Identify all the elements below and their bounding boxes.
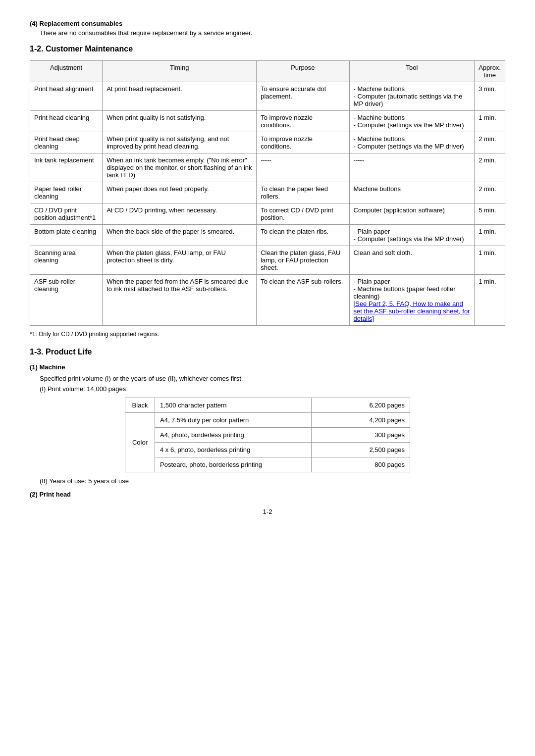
adj-cell: Ink tank replacement (30, 153, 103, 182)
time-cell: 2 min. (475, 132, 505, 153)
color-pages-3: 2,500 pages (312, 443, 410, 457)
timing-cell: When the paper fed from the ASF is smear… (103, 275, 257, 326)
timing-cell: At CD / DVD printing, when necessary. (103, 203, 257, 225)
col-timing: Timing (103, 61, 257, 82)
table-row: Bottom plate cleaning When the back side… (30, 225, 505, 246)
adj-cell: Bottom plate cleaning (30, 225, 103, 246)
time-cell: 3 min. (475, 82, 505, 111)
customer-maintenance-heading: 1-2. Customer Maintenance (30, 45, 505, 53)
timing-cell: When print quality is not satisfying. (103, 111, 257, 132)
time-cell: 1 min. (475, 225, 505, 246)
tool-cell: Computer (application software) (349, 203, 475, 225)
table-row: A4, photo, borderless printing 300 pages (125, 428, 410, 443)
product-life-heading: 1-3. Product Life (30, 348, 505, 356)
col-adjustment: Adjustment (30, 61, 103, 82)
replacement-text: There are no consumables that require re… (40, 29, 505, 37)
col-purpose: Purpose (257, 61, 349, 82)
adj-cell: Scanning area cleaning (30, 246, 103, 275)
table-row: Black 1,500 character pattern 6,200 page… (125, 398, 410, 413)
timing-cell: When print quality is not satisfying, an… (103, 132, 257, 153)
purpose-cell: To improve nozzle conditions. (257, 111, 349, 132)
adj-cell: Print head alignment (30, 82, 103, 111)
replacement-title: (4) Replacement consumables (30, 20, 505, 27)
purpose-cell: Clean the platen glass, FAU lamp, or FAU… (257, 246, 349, 275)
timing-cell: When the back side of the paper is smear… (103, 225, 257, 246)
years-text: (II) Years of use: 5 years of use (40, 477, 505, 485)
maintenance-table: Adjustment Timing Purpose Tool Approx.ti… (30, 60, 505, 326)
time-cell: 5 min. (475, 203, 505, 225)
tool-cell: - Machine buttons- Computer (settings vi… (349, 132, 475, 153)
product-life-section: 1-3. Product Life (1) Machine Specified … (30, 348, 505, 498)
asf-link[interactable]: [See Part 2, 5. FAQ, How to make and set… (354, 300, 470, 322)
timing-cell: When paper does not feed properly. (103, 182, 257, 203)
timing-cell: When an ink tank becomes empty. ("No ink… (103, 153, 257, 182)
table-row: CD / DVD print position adjustment*1 At … (30, 203, 505, 225)
machine-subheading: (1) Machine (30, 363, 505, 371)
machine-line1: Specified print volume (I) or the years … (40, 375, 505, 382)
color-pages-1: 4,200 pages (312, 413, 410, 428)
table-row: Print head alignment At print head repla… (30, 82, 505, 111)
tool-cell: - Machine buttons- Computer (automatic s… (349, 82, 475, 111)
tool-cell: Machine buttons (349, 182, 475, 203)
col-time: Approx.time (475, 61, 505, 82)
black-pages: 6,200 pages (312, 398, 410, 413)
machine-line2: (I) Print volume: 14,000 pages (40, 385, 505, 393)
print-head-subheading: (2) Print head (30, 491, 505, 498)
table-row: Ink tank replacement When an ink tank be… (30, 153, 505, 182)
table-row: 4 x 6, photo, borderless printing 2,500 … (125, 443, 410, 457)
purpose-cell: To correct CD / DVD print position. (257, 203, 349, 225)
purpose-cell: To clean the ASF sub-rollers. (257, 275, 349, 326)
page-number: 1-2 (30, 508, 505, 515)
tool-cell: Clean and soft cloth. (349, 246, 475, 275)
time-cell: 2 min. (475, 153, 505, 182)
col-tool: Tool (349, 61, 475, 82)
table-row: Paper feed roller cleaning When paper do… (30, 182, 505, 203)
time-cell: 1 min. (475, 111, 505, 132)
tool-cell: ----- (349, 153, 475, 182)
footnote-text: *1: Only for CD / DVD printing supported… (30, 331, 505, 338)
color-desc-1: A4, 7.5% duty per color pattern (155, 413, 312, 428)
purpose-cell: To improve nozzle conditions. (257, 132, 349, 153)
color-pages-2: 300 pages (312, 428, 410, 443)
customer-maintenance-section: 1-2. Customer Maintenance Adjustment Tim… (30, 45, 505, 338)
black-label: Black (125, 398, 155, 413)
time-cell: 2 min. (475, 182, 505, 203)
color-desc-3: 4 x 6, photo, borderless printing (155, 443, 312, 457)
time-cell: 1 min. (475, 275, 505, 326)
tool-cell: - Machine buttons- Computer (settings vi… (349, 111, 475, 132)
purpose-cell: To ensure accurate dot placement. (257, 82, 349, 111)
timing-cell: At print head replacement. (103, 82, 257, 111)
purpose-cell: To clean the platen ribs. (257, 225, 349, 246)
table-row: ASF sub-roller cleaning When the paper f… (30, 275, 505, 326)
purpose-cell: To clean the paper feed rollers. (257, 182, 349, 203)
color-label: Color (125, 413, 155, 472)
table-row: Print head deep cleaning When print qual… (30, 132, 505, 153)
replacement-section: (4) Replacement consumables There are no… (30, 20, 505, 37)
adj-cell: Print head deep cleaning (30, 132, 103, 153)
table-row: Color A4, 7.5% duty per color pattern 4,… (125, 413, 410, 428)
adj-cell: ASF sub-roller cleaning (30, 275, 103, 326)
pages-table: Black 1,500 character pattern 6,200 page… (125, 398, 410, 472)
purpose-cell: ----- (257, 153, 349, 182)
table-row: Scanning area cleaning When the platen g… (30, 246, 505, 275)
time-cell: 1 min. (475, 246, 505, 275)
adj-cell: Paper feed roller cleaning (30, 182, 103, 203)
timing-cell: When the platen glass, FAU lamp, or FAU … (103, 246, 257, 275)
color-desc-2: A4, photo, borderless printing (155, 428, 312, 443)
tool-cell: - Plain paper - Machine buttons (paper f… (349, 275, 475, 326)
color-pages-4: 800 pages (312, 457, 410, 472)
adj-cell: CD / DVD print position adjustment*1 (30, 203, 103, 225)
table-row: Print head cleaning When print quality i… (30, 111, 505, 132)
table-row: Posteard, photo, borderless printing 800… (125, 457, 410, 472)
black-desc: 1,500 character pattern (155, 398, 312, 413)
adj-cell: Print head cleaning (30, 111, 103, 132)
color-desc-4: Posteard, photo, borderless printing (155, 457, 312, 472)
tool-cell: - Plain paper- Computer (settings via th… (349, 225, 475, 246)
